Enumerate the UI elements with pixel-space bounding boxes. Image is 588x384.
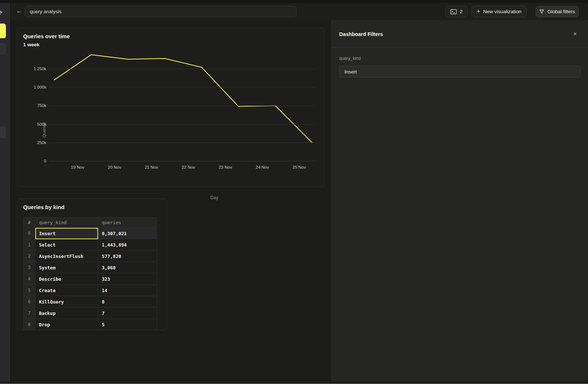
row-index-cell: 6 [24,296,35,308]
global-filters-button[interactable]: Global filters [535,6,579,17]
row-index-cell: 7 [24,308,35,319]
y-gridline [49,143,315,143]
x-tick-label: 22 Nov [182,165,195,169]
y-tick-label: 500k [37,122,46,126]
queries-count-cell[interactable]: 14 [98,285,157,296]
filters-panel-title: Dashboard Filters [339,31,383,37]
queries-count-cell[interactable]: 5 [98,319,157,330]
filter-field-label: query_kind [339,56,361,61]
query-kind-cell[interactable]: KillQuery [35,296,98,308]
funnel-icon [539,9,544,14]
new-visualization-label: New visualization [483,9,521,14]
table-row: 1Select1,443,894 [24,239,157,251]
table-row: 6KillQuery8 [24,296,157,308]
x-tick-label: 21 Nov [145,165,158,169]
queries-over-time-card: Queries over time 1 week Queries Day 025… [17,28,325,187]
window-bottom-strip [0,381,588,384]
close-filters-button[interactable]: × [570,29,580,38]
x-tick-label: 25 Nov [293,165,306,169]
y-tick-label: 0 [44,159,46,163]
filters-panel-divider [331,47,588,48]
queries-count-cell[interactable]: 8 [98,296,157,308]
top-bar: ← 2 + New visualization Global filters [10,3,588,20]
query-kind-cell[interactable]: Drop [35,319,98,330]
query-kind-filter-input[interactable] [339,66,580,78]
y-gridline [49,105,315,106]
row-index-cell: 1 [24,239,35,251]
window-top-strip [0,0,588,3]
y-tick-label: 750k [37,103,46,108]
query-kind-cell[interactable]: Create [35,285,98,296]
chart-title: Queries over time [23,33,70,39]
row-index-cell: 8 [24,319,35,330]
table-row: 5Create14 [24,285,157,296]
query-kind-cell[interactable]: Backup [35,308,98,319]
y-gridline [49,87,315,87]
row-index-cell: 4 [24,273,35,285]
left-sidebar: ⟳ [0,3,10,381]
column-header-queries: queries [98,218,157,228]
queries-count-cell[interactable]: 7 [98,308,157,319]
query-kind-cell[interactable]: Select [35,239,98,251]
x-tick-label: 20 Nov [108,165,121,169]
y-tick-label: 1 250k [33,67,46,71]
sidebar-item-2[interactable] [0,43,6,55]
table-row: 4Describe323 [24,273,157,285]
query-kind-cell[interactable]: System [35,262,98,273]
dashboard-page: ⟳ ← 2 + New visualization Global filters [0,0,588,384]
x-tick-label: 19 Nov [71,165,84,169]
query-kind-cell[interactable]: Describe [35,273,98,285]
table-row: 0Insert8,307,021 [24,228,157,239]
table-row: 2AsyncInsertFlush577,820 [24,251,157,262]
back-arrow-icon: ← [16,8,22,14]
queries-count-cell[interactable]: 1,443,894 [98,239,157,251]
queries-by-kind-card: Queries by kind #query_kindqueries 0Inse… [17,198,167,330]
x-tick-label: 24 Nov [256,165,269,169]
x-tick-label: 23 Nov [219,165,232,169]
queries-series-line [54,55,312,143]
history-icon[interactable]: ⟳ [0,9,3,17]
x-axis-label: Day [210,195,218,200]
y-tick-label: 1 000k [33,85,46,89]
table-row: 7Backup7 [24,308,157,319]
close-icon: × [574,30,577,37]
column-header-index: # [24,218,35,228]
chart-subtitle: 1 week [23,42,39,47]
console-icon [450,9,457,14]
row-index-cell: 0 [24,228,35,239]
console-count: 2 [460,9,463,14]
row-index-cell: 2 [24,251,35,262]
y-gridline [49,124,315,125]
queries-count-cell[interactable]: 323 [98,273,157,285]
row-index-cell: 3 [24,262,35,273]
y-tick-label: 250k [37,140,46,145]
y-gridline [49,161,315,161]
sidebar-item-3[interactable] [0,126,6,138]
new-visualization-button[interactable]: + New visualization [472,6,527,17]
query-kind-cell[interactable]: AsyncInsertFlush [35,251,98,262]
queries-by-kind-table: #query_kindqueries 0Insert8,307,0211Sele… [23,217,157,330]
table-row: 3System3,060 [24,262,157,273]
sql-console-button[interactable]: 2 [445,6,468,17]
line-chart-svg [49,52,315,161]
plus-icon: + [477,8,480,15]
sidebar-item-active[interactable] [0,24,6,38]
sidebar-divider [0,21,10,21]
global-filters-label: Global filters [547,9,575,14]
table-title: Queries by kind [23,204,65,210]
queries-count-cell[interactable]: 8,307,021 [98,228,157,239]
back-button[interactable]: ← [14,6,24,16]
dashboard-filters-panel: Dashboard Filters query_kind [331,20,588,381]
query-kind-cell[interactable]: Insert [35,228,98,239]
queries-count-cell[interactable]: 3,060 [98,262,157,273]
queries-count-cell[interactable]: 577,820 [98,251,157,262]
table-row: 8Drop5 [24,319,157,330]
dashboard-title-input[interactable] [25,6,297,17]
chart-plot-area: Queries Day 0250k500k750k1 000k1 250k19 … [49,52,315,161]
table-header-row: #query_kindqueries [24,218,157,228]
column-header-query_kind: query_kind [35,218,98,228]
row-index-cell: 5 [24,285,35,296]
y-gridline [49,69,315,69]
